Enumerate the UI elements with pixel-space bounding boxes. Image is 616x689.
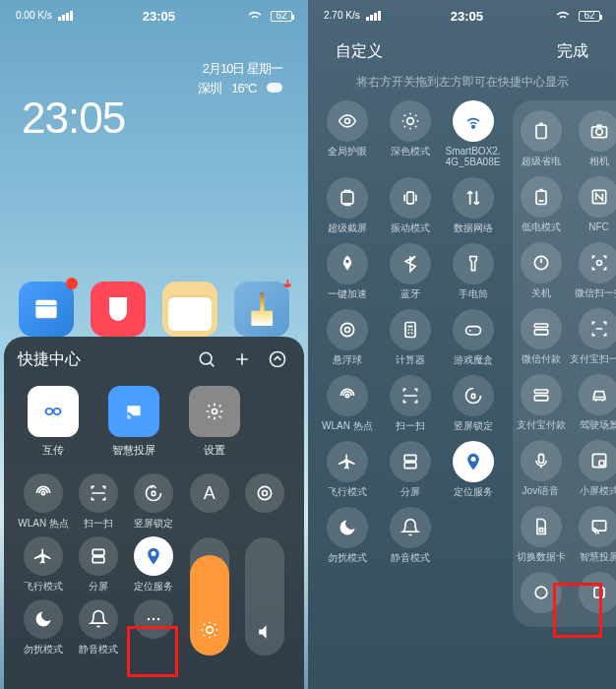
sun-icon	[390, 100, 431, 142]
qc-app-cast[interactable]: 智慧投屏	[102, 386, 165, 458]
app-music[interactable]	[91, 282, 146, 337]
svg-rect-32	[404, 463, 416, 469]
home-clock: 23:05 2月10日 星期一 深圳 16°C	[0, 28, 308, 140]
tile-alipay-scan[interactable]: 支付宝扫一扫	[570, 308, 616, 364]
app-files[interactable]	[162, 282, 217, 337]
tile-dnd[interactable]: 勿扰模式	[18, 599, 69, 657]
tile-eye[interactable]: 全局护眼	[318, 100, 377, 167]
svg-rect-41	[534, 330, 547, 335]
highlight-box-cast	[553, 583, 602, 638]
tile-settings[interactable]	[239, 473, 290, 531]
tile-data[interactable]: 数据网络	[444, 177, 503, 233]
svg-point-39	[596, 261, 601, 266]
tile-cast[interactable]: 智慧投屏	[570, 506, 616, 562]
tile-location[interactable]: 定位服务	[444, 441, 503, 497]
app-appstore[interactable]	[19, 282, 74, 337]
tile-rotation-lock[interactable]: 竖屏锁定	[444, 375, 503, 431]
tile-bluetooth[interactable]: 蓝牙	[381, 243, 440, 299]
app-dock	[0, 282, 308, 337]
svg-rect-14	[92, 557, 104, 563]
tile-split[interactable]: 分屏	[381, 441, 440, 497]
float-icon	[327, 309, 368, 350]
moon-icon	[327, 507, 368, 548]
tile-wechat-scan[interactable]: 微信扫一扫	[570, 242, 616, 298]
tile-hotspot[interactable]: WLAN 热点	[318, 375, 377, 431]
power-icon	[521, 242, 562, 283]
svg-rect-27	[405, 323, 415, 338]
svg-rect-30	[471, 394, 474, 398]
tile-airplane[interactable]: 飞行模式	[18, 536, 69, 594]
tile-nfc[interactable]: NFC	[570, 176, 616, 232]
screenshot-icon	[327, 177, 368, 219]
tile-wechat-pay[interactable]: 微信付款	[517, 308, 566, 364]
rocket-icon	[327, 243, 368, 284]
home-weather: 深圳 16°C	[198, 79, 282, 98]
svg-point-9	[41, 491, 44, 494]
tile-location[interactable]: 定位服务	[128, 536, 179, 594]
tile-screenshot[interactable]: 超级截屏	[318, 177, 377, 233]
cloud-icon	[267, 83, 282, 93]
tile-camera[interactable]: 相机	[570, 110, 616, 166]
tile-moon[interactable]: 勿扰模式	[318, 507, 377, 563]
svg-point-2	[271, 352, 285, 367]
wifi-icon	[553, 5, 573, 27]
svg-rect-36	[536, 191, 546, 204]
tile-font[interactable]: A	[184, 473, 235, 531]
tile-bell[interactable]: 静音模式	[381, 507, 440, 563]
svg-point-16	[148, 618, 151, 621]
nfc-icon	[579, 176, 616, 218]
brightness-slider[interactable]	[184, 536, 235, 657]
search-button[interactable]	[194, 346, 219, 372]
done-button[interactable]: 完成	[557, 41, 588, 62]
tile-battery[interactable]: 超级省电	[517, 110, 566, 166]
phone-right: 2.70 K/s 23:05 62 自定义 完成 将右方开关拖到左方即可在快捷中…	[308, 0, 616, 689]
tile-vibrate[interactable]: 振动模式	[381, 177, 440, 233]
tile-sun[interactable]: 深色模式	[381, 100, 440, 167]
svg-point-18	[157, 618, 160, 621]
svg-point-19	[344, 119, 349, 124]
small-screen-icon	[579, 440, 616, 481]
tile-sim[interactable]: 切换数据卡	[517, 506, 566, 562]
side-tile-grid: 超级省电相机低电模式NFC关机微信扫一扫微信付款支付宝扫一扫支付宝付款驾驶场景J…	[517, 110, 616, 617]
tile-car[interactable]: 驾驶场景	[570, 374, 616, 430]
svg-point-6	[55, 409, 60, 414]
svg-rect-44	[538, 454, 543, 463]
tile-scan[interactable]: 扫一扫	[381, 375, 440, 431]
volume-slider[interactable]	[239, 536, 290, 657]
tile-calc[interactable]: 计算器	[381, 309, 440, 365]
collapse-button[interactable]	[265, 346, 290, 372]
battery-icon	[521, 110, 562, 152]
battery-icon: 62	[579, 11, 600, 22]
tile-game[interactable]: 游戏魔盒	[444, 309, 503, 365]
tile-wifi[interactable]: SmartBOX2.4G_5BA08E	[444, 100, 503, 167]
svg-rect-42	[534, 390, 547, 393]
tile-float[interactable]: 悬浮球	[318, 309, 377, 365]
svg-rect-40	[534, 324, 547, 327]
tile-power[interactable]: 关机	[517, 242, 566, 298]
status-bar: 2.70 K/s 23:05 62	[308, 0, 616, 28]
tile-airplane[interactable]: 飞行模式	[318, 441, 377, 497]
add-button[interactable]	[229, 346, 255, 372]
share-icon	[28, 386, 79, 437]
game-icon	[453, 309, 494, 350]
signal-icon	[366, 11, 381, 21]
qc-app-share[interactable]: 互传	[22, 386, 85, 458]
tile-rocket[interactable]: 一键加速	[318, 243, 377, 299]
tile-rotation-lock[interactable]: 竖屏锁定	[128, 473, 179, 531]
tile-wlan-hotspot[interactable]: WLAN 热点	[18, 473, 69, 531]
tile-mute[interactable]: 静音模式	[73, 599, 124, 657]
tile-jovi[interactable]: Jovi语音	[517, 440, 566, 496]
svg-rect-31	[404, 455, 416, 461]
app-cleaner[interactable]	[234, 282, 289, 337]
svg-rect-23	[406, 192, 413, 204]
tile-split[interactable]: 分屏	[73, 536, 124, 594]
tile-alipay-pay[interactable]: 支付宝付款	[517, 374, 566, 430]
cast-icon	[579, 506, 616, 547]
location-icon	[453, 441, 494, 482]
tile-battery-low[interactable]: 低电模式	[517, 176, 566, 232]
qc-app-settings[interactable]: 设置	[183, 386, 246, 458]
brightness-icon	[200, 620, 219, 644]
tile-flashlight[interactable]: 手电筒	[444, 243, 503, 299]
tile-small-screen[interactable]: 小屏模式	[570, 440, 616, 496]
tile-scan[interactable]: 扫一扫	[73, 473, 124, 531]
